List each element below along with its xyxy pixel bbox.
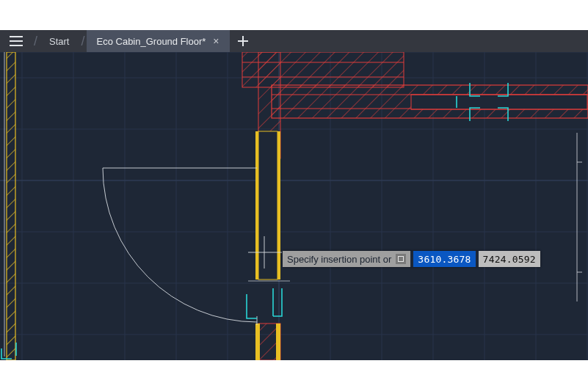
plus-icon [238,36,248,46]
letterbox-top [0,0,588,30]
dynamic-input-prompt-text: Specify insertion point or [287,254,391,265]
tab-active-document[interactable]: Eco Cabin_Ground Floor* × [87,30,230,52]
letterbox-bottom [0,360,588,391]
door-swing [103,168,257,325]
svg-rect-45 [258,131,277,279]
column-left-yellow [4,52,15,360]
svg-rect-49 [276,324,280,360]
tab-active-label: Eco Cabin_Ground Floor* [97,36,206,47]
new-tab-button[interactable] [230,30,256,52]
tab-start-label: Start [49,36,69,47]
app-menu-button[interactable] [0,30,32,52]
fixture-lower [247,288,282,318]
svg-rect-38 [7,52,15,360]
svg-rect-4 [238,40,248,42]
dynamic-input-y-field[interactable]: 7424.0592 [479,251,540,267]
svg-rect-1 [10,40,23,42]
drawing-canvas[interactable] [0,52,588,360]
tab-bar: / Start / Eco Cabin_Ground Floor* × [0,30,588,52]
tab-start[interactable]: Start [39,30,79,52]
hamburger-icon [10,36,23,46]
tab-separator: / [79,34,86,49]
dynamic-input-x-field[interactable]: 3610.3678 [413,251,475,267]
dynamic-input-prompt: Specify insertion point or [283,251,410,267]
svg-rect-48 [255,324,260,360]
dynamic-input-options-icon[interactable] [396,254,406,264]
svg-rect-2 [10,45,23,46]
svg-rect-55 [411,95,587,109]
svg-rect-0 [10,36,23,37]
dynamic-input-tooltip: Specify insertion point or 3610.3678 742… [283,251,540,267]
cad-drawing [0,52,588,360]
tab-close-button[interactable]: × [213,35,219,47]
tab-separator: / [32,34,39,49]
